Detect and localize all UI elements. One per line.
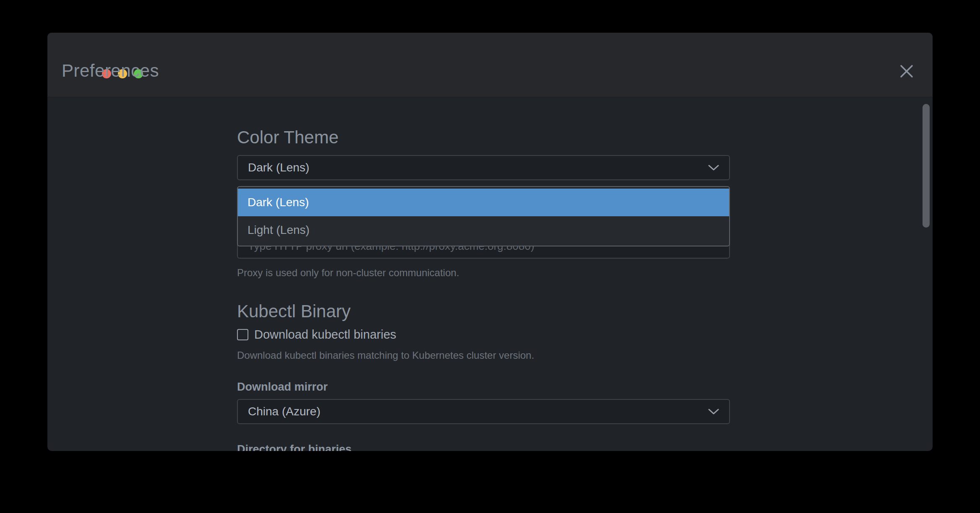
preferences-window: Preferences Color Theme Dark (Lens) Dark…: [47, 33, 933, 451]
color-theme-dropdown-menu: Dark (Lens) Light (Lens): [237, 186, 730, 246]
kubectl-helper-text: Download kubectl binaries matching to Ku…: [237, 350, 534, 360]
close-button[interactable]: [898, 64, 915, 80]
color-theme-select-value: Dark (Lens): [248, 156, 309, 179]
close-icon: [899, 64, 914, 80]
color-theme-select[interactable]: Dark (Lens): [237, 155, 730, 180]
dropdown-option-light-lens[interactable]: Light (Lens): [238, 216, 729, 244]
directory-for-binaries-label: Directory for binaries: [237, 444, 352, 451]
color-theme-heading: Color Theme: [237, 129, 339, 146]
download-kubectl-checkbox[interactable]: [237, 329, 248, 340]
window-title: Preferences: [62, 61, 159, 81]
download-mirror-label: Download mirror: [237, 381, 328, 393]
dropdown-option-dark-lens[interactable]: Dark (Lens): [238, 189, 729, 216]
chevron-down-icon: [708, 409, 719, 415]
chevron-down-icon: [708, 165, 719, 171]
download-mirror-select[interactable]: China (Azure): [237, 399, 730, 424]
titlebar[interactable]: Preferences: [47, 33, 933, 97]
vertical-scrollbar-thumb[interactable]: [923, 104, 930, 228]
download-kubectl-checkbox-label[interactable]: Download kubectl binaries: [254, 329, 396, 341]
proxy-helper-text: Proxy is used only for non-cluster commu…: [237, 268, 459, 278]
download-mirror-select-value: China (Azure): [248, 400, 321, 423]
kubectl-binary-heading: Kubectl Binary: [237, 303, 351, 320]
